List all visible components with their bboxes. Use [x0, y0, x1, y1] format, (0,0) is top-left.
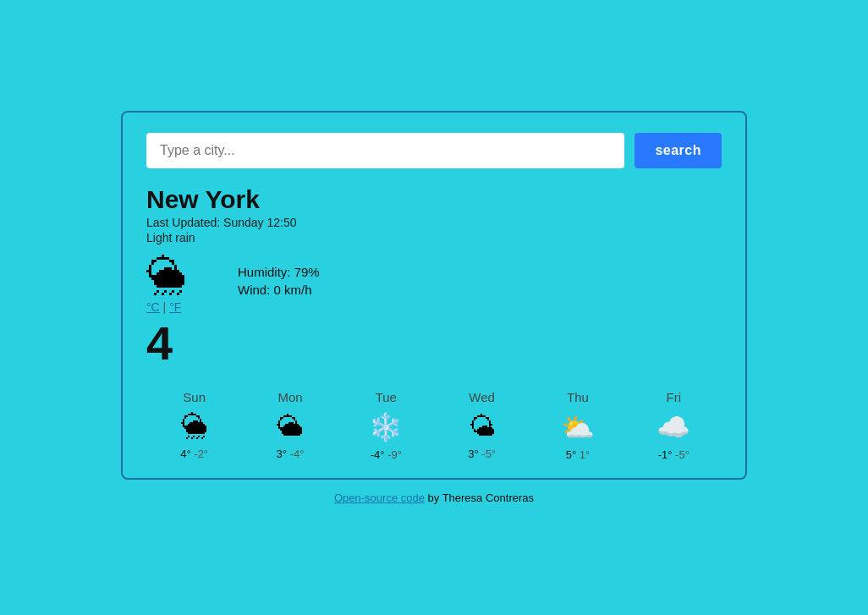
forecast-day-label: Mon: [277, 390, 302, 404]
forecast-day-mon: Mon🌥3° -4°: [242, 390, 338, 461]
footer: Open-source code by Theresa Contreras: [334, 491, 534, 504]
forecast-day-label: Tue: [376, 390, 397, 404]
search-input[interactable]: [146, 133, 624, 168]
forecast-day-label: Thu: [567, 390, 589, 404]
forecast-temps: 4° -2°: [180, 448, 208, 460]
unit-toggle: °C | °F: [146, 300, 181, 314]
fahrenheit-link[interactable]: °F: [169, 300, 181, 314]
forecast-day-sun: Sun🌦4° -2°: [146, 390, 242, 461]
current-weather: 🌦 °C | °F 4 Humidity: 79% Wind: 0 km/h: [146, 256, 722, 370]
unit-separator: |: [163, 300, 170, 314]
forecast-hi: 5°: [566, 448, 576, 461]
humidity-wind: Humidity: 79% Wind: 0 km/h: [238, 265, 320, 300]
forecast-lo: -4°: [290, 448, 305, 460]
forecast-icon-sun: 🌦: [181, 411, 208, 442]
forecast-hi: 3°: [277, 448, 287, 460]
forecast-temps: -4° -9°: [371, 448, 402, 461]
temperature: 4: [146, 317, 173, 370]
forecast-lo: -2°: [194, 448, 208, 460]
open-source-link[interactable]: Open-source code: [334, 491, 425, 504]
forecast-day-label: Wed: [469, 390, 495, 404]
forecast-hi: 4°: [180, 448, 190, 460]
forecast-lo: -9°: [387, 448, 402, 461]
condition: Light rain: [146, 231, 722, 244]
forecast-hi: 3°: [468, 448, 478, 460]
search-button[interactable]: search: [635, 133, 722, 168]
forecast-lo: -5°: [481, 448, 496, 460]
humidity: Humidity: 79%: [238, 265, 320, 279]
forecast-icon-thu: ⛅: [561, 411, 595, 443]
forecast-hi: -4°: [371, 448, 385, 461]
footer-by: by Theresa Contreras: [425, 491, 534, 504]
forecast-temps: -1° -5°: [658, 448, 689, 461]
forecast-icon-tue: ❄️: [369, 411, 403, 443]
wind: Wind: 0 km/h: [238, 283, 320, 297]
forecast-row: Sun🌦4° -2°Mon🌥3° -4°Tue❄️-4° -9°Wed🌤3° -…: [146, 390, 722, 461]
city-name: New York: [146, 185, 722, 214]
forecast-day-wed: Wed🌤3° -5°: [434, 390, 530, 461]
forecast-day-tue: Tue❄️-4° -9°: [338, 390, 434, 461]
forecast-day-label: Sun: [183, 390, 206, 404]
forecast-lo: -5°: [675, 448, 689, 461]
celsius-link[interactable]: °C: [146, 300, 160, 314]
main-weather-icon: 🌦: [146, 256, 187, 297]
current-left: 🌦 °C | °F 4: [146, 256, 187, 370]
forecast-icon-fri: ☁️: [656, 411, 690, 443]
forecast-temps: 3° -4°: [277, 448, 305, 460]
forecast-day-label: Fri: [667, 390, 682, 404]
forecast-temps: 5° 1°: [566, 448, 591, 461]
forecast-hi: -1°: [658, 448, 673, 461]
forecast-day-fri: Fri☁️-1° -5°: [626, 390, 722, 461]
last-updated: Last Updated: Sunday 12:50: [146, 216, 722, 229]
forecast-lo: 1°: [580, 448, 590, 461]
forecast-icon-wed: 🌤: [469, 411, 496, 442]
forecast-temps: 3° -5°: [468, 448, 496, 460]
forecast-icon-mon: 🌥: [277, 411, 304, 442]
search-row: search: [146, 133, 722, 168]
weather-card: search New York Last Updated: Sunday 12:…: [121, 111, 747, 480]
forecast-day-thu: Thu⛅5° 1°: [530, 390, 625, 461]
